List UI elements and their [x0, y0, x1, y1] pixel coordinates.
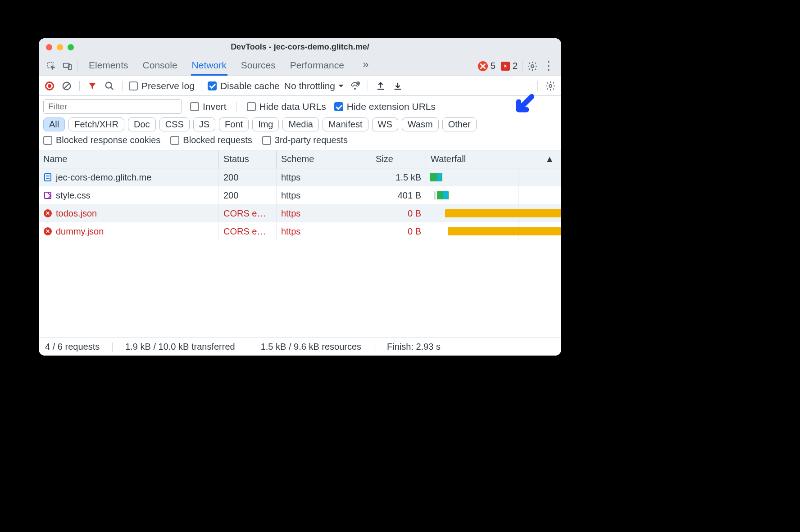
sort-indicator-icon: ▲ — [545, 154, 554, 164]
table-body: jec-cors-demo.glitch.me200https1.5 kBsty… — [39, 168, 561, 338]
separator — [522, 61, 523, 71]
device-toggle-icon[interactable] — [59, 58, 76, 74]
chip-css[interactable]: CSS — [159, 117, 190, 131]
stylesheet-icon — [43, 191, 52, 200]
clear-button[interactable] — [60, 80, 73, 92]
ext-error-count: 2 — [513, 61, 518, 71]
chip-all[interactable]: All — [43, 117, 65, 131]
inspect-icon[interactable] — [43, 58, 59, 74]
window-title: DevTools - jec-cors-demo.glitch.me/ — [39, 42, 561, 52]
svg-point-8 — [549, 85, 552, 87]
tabbar: Elements Console Network Sources Perform… — [39, 56, 561, 76]
request-scheme: https — [281, 172, 300, 183]
checkbox-icon — [129, 81, 138, 90]
request-size: 1.5 kB — [395, 172, 421, 183]
invert-label: Invert — [203, 101, 227, 112]
search-icon[interactable] — [103, 80, 116, 92]
minimize-window-button[interactable] — [57, 44, 63, 50]
request-scheme: https — [281, 190, 300, 201]
close-window-button[interactable] — [46, 44, 52, 50]
svg-point-5 — [106, 82, 112, 88]
chip-media[interactable]: Media — [282, 117, 318, 131]
col-name-header[interactable]: Name — [39, 150, 219, 168]
request-scheme: https — [281, 226, 300, 237]
third-party-label: 3rd-party requests — [275, 135, 348, 145]
col-waterfall-header[interactable]: Waterfall ▲ — [426, 150, 561, 168]
chip-img[interactable]: Img — [252, 117, 279, 131]
network-settings-icon[interactable] — [544, 80, 557, 92]
waterfall-label: Waterfall — [431, 154, 466, 164]
menu-icon[interactable]: ⋮ — [541, 58, 557, 74]
col-status-header[interactable]: Status — [219, 150, 277, 168]
chip-manifest[interactable]: Manifest — [323, 117, 368, 131]
throttling-select[interactable]: No throttling — [284, 81, 344, 91]
table-row[interactable]: style.css200https401 B — [39, 186, 561, 204]
third-party-checkbox[interactable]: 3rd-party requests — [262, 135, 348, 145]
request-name: dummy.json — [56, 226, 104, 237]
filter-input[interactable] — [43, 99, 182, 114]
table-header: Name Status Scheme Size Waterfall ▲ — [39, 150, 561, 168]
issue-badges: 5 × 2 — [478, 61, 518, 71]
error-circle-icon — [478, 61, 488, 71]
filter-icon[interactable] — [86, 80, 99, 92]
chip-font[interactable]: Font — [219, 117, 249, 131]
chip-ws[interactable]: WS — [372, 117, 398, 131]
hide-data-urls-label: Hide data URLs — [259, 101, 326, 112]
checkbox-icon — [43, 136, 52, 145]
request-size: 401 B — [398, 190, 421, 201]
blocked-requests-checkbox[interactable]: Blocked requests — [170, 135, 252, 145]
table-row[interactable]: jec-cors-demo.glitch.me200https1.5 kB — [39, 168, 561, 186]
request-name: todos.json — [56, 208, 97, 219]
tab-performance[interactable]: Performance — [289, 56, 345, 76]
svg-point-6 — [355, 88, 355, 89]
hide-extension-urls-checkbox[interactable]: Hide extension URLs — [334, 101, 436, 112]
error-icon — [43, 209, 52, 218]
more-tabs-icon[interactable]: » — [358, 56, 374, 72]
panel-tabs: Elements Console Network Sources Perform… — [88, 56, 374, 76]
error-icon — [43, 227, 52, 236]
chip-wasm[interactable]: Wasm — [402, 117, 439, 131]
devtools-window: DevTools - jec-cors-demo.glitch.me/ Elem… — [39, 38, 561, 356]
download-har-icon[interactable] — [391, 80, 404, 92]
annotation-arrow-icon — [510, 92, 536, 118]
chip-other[interactable]: Other — [442, 117, 477, 131]
errors-badge[interactable]: 5 — [478, 61, 495, 71]
network-table: Name Status Scheme Size Waterfall ▲ jec-… — [39, 150, 561, 338]
chip-fetch-xhr[interactable]: Fetch/XHR — [68, 117, 124, 131]
tab-sources[interactable]: Sources — [240, 56, 277, 76]
request-status: 200 — [223, 190, 238, 201]
request-status: CORS e… — [223, 226, 266, 237]
status-transferred: 1.9 kB / 10.0 kB transferred — [125, 342, 235, 352]
hide-data-urls-checkbox[interactable]: Hide data URLs — [247, 101, 326, 112]
checkbox-icon — [190, 102, 199, 111]
maximize-window-button[interactable] — [68, 44, 74, 50]
request-name: style.css — [56, 190, 91, 201]
ext-errors-badge[interactable]: × 2 — [501, 61, 518, 71]
invert-checkbox[interactable]: Invert — [190, 101, 227, 112]
network-conditions-icon[interactable] — [349, 80, 361, 92]
checkbox-icon — [247, 102, 256, 111]
col-size-header[interactable]: Size — [371, 150, 426, 168]
preserve-log-checkbox[interactable]: Preserve log — [129, 81, 195, 91]
blocked-cookies-label: Blocked response cookies — [56, 135, 160, 145]
chip-doc[interactable]: Doc — [128, 117, 156, 131]
waterfall-cell — [426, 186, 561, 204]
network-toolbar: Preserve log Disable cache No throttling — [39, 76, 561, 96]
settings-icon[interactable] — [524, 58, 541, 74]
upload-har-icon[interactable] — [374, 80, 387, 92]
tab-elements[interactable]: Elements — [88, 56, 129, 76]
blocked-requests-label: Blocked requests — [183, 135, 252, 145]
request-scheme: https — [281, 208, 300, 219]
tab-network[interactable]: Network — [191, 56, 227, 76]
tab-console[interactable]: Console — [142, 56, 178, 76]
disable-cache-checkbox[interactable]: Disable cache — [208, 81, 280, 91]
record-button[interactable] — [43, 80, 56, 92]
col-scheme-header[interactable]: Scheme — [277, 150, 371, 168]
ext-error-icon: × — [501, 62, 510, 71]
blocked-cookies-checkbox[interactable]: Blocked response cookies — [43, 135, 160, 145]
table-row[interactable]: todos.jsonCORS e…https0 B — [39, 204, 561, 222]
table-row[interactable]: dummy.jsonCORS e…https0 B — [39, 222, 561, 240]
chip-js[interactable]: JS — [193, 117, 215, 131]
preserve-log-label: Preserve log — [141, 81, 195, 91]
request-status: CORS e… — [223, 208, 266, 219]
